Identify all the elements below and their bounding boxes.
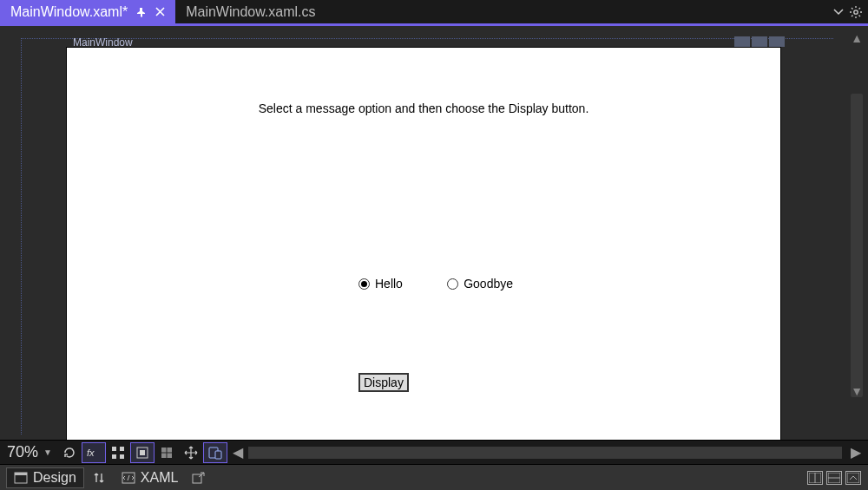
radio-hello[interactable]: Hello (358, 277, 403, 291)
vertical-scrollbar[interactable] (851, 94, 863, 397)
zoom-level: 70% (3, 443, 42, 461)
pane-design[interactable]: Design (7, 468, 83, 487)
move-icon[interactable] (180, 443, 202, 462)
close-icon[interactable] (155, 7, 165, 16)
design-pane-icon (14, 472, 28, 484)
zoom-dropdown-icon[interactable]: ▼ (42, 448, 57, 457)
tab-overflow-icon[interactable] (833, 8, 844, 16)
radio-label: Hello (375, 277, 403, 291)
hscroll-left-icon[interactable]: ◀ (227, 444, 248, 461)
svg-rect-20 (215, 451, 221, 459)
scroll-up-icon[interactable]: ▲ (851, 31, 863, 45)
radio-button-icon (358, 278, 370, 290)
design-surface[interactable]: Select a message option and then choose … (66, 47, 781, 440)
caption-close-icon (769, 36, 785, 47)
display-button[interactable]: Display (358, 373, 409, 392)
svg-text:fx: fx (87, 448, 95, 458)
horizontal-scrollbar[interactable] (248, 447, 842, 459)
split-vertical-icon[interactable] (807, 471, 823, 485)
device-preview-icon[interactable] (204, 443, 227, 462)
snap-grid-icon[interactable] (131, 443, 154, 462)
pane-label: XAML (141, 470, 179, 486)
popout-icon[interactable] (185, 472, 213, 484)
design-window-title: MainWindow (73, 36, 133, 49)
svg-line-8 (852, 15, 853, 16)
effects-fx-icon[interactable]: fx (82, 443, 105, 462)
xaml-pane-icon (122, 472, 135, 484)
svg-rect-29 (847, 473, 859, 483)
designer-split-bar: Design XAML (0, 464, 868, 490)
pane-label: Design (33, 470, 76, 486)
svg-rect-11 (120, 447, 124, 451)
tab-mainwindow-xaml-cs[interactable]: MainWindow.xaml.cs (175, 0, 326, 23)
grid-icon[interactable] (107, 443, 129, 462)
caption-maximize-icon (752, 36, 767, 47)
pane-xaml[interactable]: XAML (115, 468, 186, 487)
pin-icon[interactable] (136, 7, 147, 17)
swap-panes-icon[interactable] (83, 471, 115, 485)
tab-label: MainWindow.xaml.cs (186, 4, 315, 20)
hscroll-right-icon[interactable]: ▶ (851, 444, 861, 461)
button-label: Display (364, 376, 404, 389)
radio-goodbye[interactable]: Goodbye (447, 277, 513, 291)
tab-label: MainWindow.xaml* (10, 4, 128, 20)
svg-rect-13 (120, 454, 124, 459)
svg-rect-15 (140, 450, 145, 455)
svg-line-5 (852, 8, 853, 10)
tab-mainwindow-xaml[interactable]: MainWindow.xaml* (0, 0, 175, 23)
instruction-text: Select a message option and then choose … (67, 101, 780, 115)
designer-toolbar: 70% ▼ fx ◀ ▶ (0, 440, 868, 464)
scroll-down-icon[interactable]: ▼ (851, 384, 863, 398)
caption-minimize-icon (734, 36, 750, 47)
svg-line-7 (859, 8, 861, 10)
design-window-caption-buttons (734, 36, 785, 47)
collapse-pane-icon[interactable] (845, 471, 861, 485)
refresh-icon[interactable] (58, 443, 81, 462)
svg-rect-12 (112, 454, 116, 459)
gear-icon[interactable] (849, 5, 863, 19)
ruler-horizontal (21, 38, 833, 39)
svg-rect-22 (15, 473, 27, 475)
designer-viewport: ▲ ▼ MainWindow Select a message option a… (0, 26, 868, 440)
svg-point-0 (854, 10, 858, 13)
svg-line-6 (859, 15, 861, 16)
ruler-vertical (21, 38, 22, 434)
svg-rect-10 (112, 447, 116, 451)
document-tab-strip: MainWindow.xaml* MainWindow.xaml.cs (0, 0, 868, 26)
snap-lines-icon[interactable] (155, 443, 178, 462)
radio-button-icon (447, 278, 458, 290)
radio-label: Goodbye (464, 277, 513, 291)
split-horizontal-icon[interactable] (826, 471, 842, 485)
